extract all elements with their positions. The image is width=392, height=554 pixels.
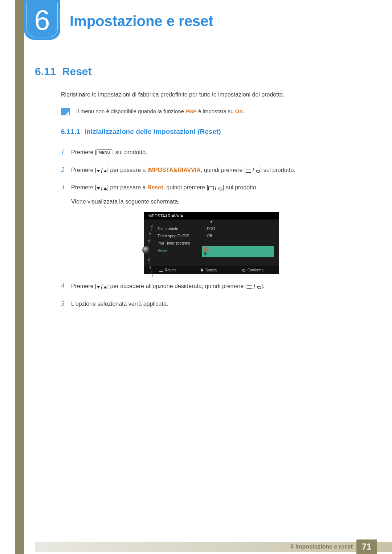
- osd-footer: Return ▲▼Sposta Conferma: [144, 266, 279, 274]
- step-number: 2: [61, 164, 71, 176]
- osd-popup-option: SÌ: [204, 251, 271, 256]
- svg-point-2: [148, 240, 150, 242]
- osd-value: Off: [202, 232, 275, 239]
- section-title: Reset: [62, 65, 92, 77]
- osd-scroll-up-icon: ▲: [144, 219, 279, 223]
- down-up-arrows-icon: /: [97, 166, 107, 176]
- subsection-heading: 6.11.1Inizializzazione delle impostazion…: [61, 128, 362, 136]
- source-enter-key-icon: /: [208, 183, 222, 194]
- section-number: 6.11: [35, 65, 56, 77]
- note-text: Il menu non è disponibile quando la funz…: [76, 108, 244, 114]
- subsection-number: 6.11.1: [61, 128, 80, 136]
- down-up-arrows-icon: /: [97, 282, 107, 292]
- osd-menu-item: Tasto utente: [158, 225, 202, 232]
- chapter-badge: 6: [24, 0, 60, 40]
- step-3: 3 Premere [/] per passare a Reset, quind…: [61, 181, 362, 207]
- source-enter-key-icon: /: [246, 165, 260, 176]
- osd-dial-icon: [142, 246, 150, 254]
- svg-point-1: [149, 233, 151, 234]
- osd-reset-popup: NO SÌ: [202, 246, 274, 257]
- step3-highlight: Reset: [147, 184, 163, 190]
- chapter-number: 6: [34, 6, 50, 34]
- step-number: 1: [61, 146, 71, 158]
- note-hl-on: On: [235, 108, 243, 114]
- section-intro: Ripristinare le impostazioni di fabbrica…: [61, 91, 362, 99]
- footer-page-number: 71: [356, 539, 377, 554]
- info-note: Il menu non è disponibile quando la funz…: [61, 108, 362, 115]
- step-4: 4 Premere [/] per accedere all'opzione d…: [61, 280, 362, 292]
- osd-menu-item-active: Reset: [158, 247, 202, 254]
- svg-point-4: [150, 267, 151, 268]
- step-number: 3: [61, 181, 71, 193]
- svg-point-0: [151, 226, 152, 227]
- page-footer: 6 Impostazione e reset 71: [0, 539, 392, 554]
- steps-list: 1 Premere [MENU] sul prodotto. 2 Premere…: [61, 146, 362, 310]
- down-up-arrows-icon: /: [97, 184, 107, 194]
- osd-values: ECO Off NO SÌ: [202, 225, 275, 254]
- osd-body: Tasto utente Timer speg On/Off Imp Timer…: [144, 223, 279, 266]
- step-number: 4: [61, 280, 71, 292]
- step-body: Premere [/] per passare a IMPOSTA&RIAVVI…: [71, 165, 362, 176]
- subsection-title: Inizializzazione delle impostazioni (Res…: [85, 128, 221, 135]
- step-5: 5 L'opzione selezionata verrà applicata.: [61, 297, 362, 310]
- source-enter-key-icon: /: [247, 282, 261, 292]
- osd-menu-item: Imp Timer spegnim: [158, 239, 202, 247]
- enter-mini-icon: [241, 268, 246, 272]
- step-body: Premere [/] per accedere all'opzione des…: [71, 281, 362, 292]
- step-body: L'opzione selezionata verrà applicata.: [71, 299, 362, 309]
- osd-title: IMPOSTA&RIAVVIA: [144, 212, 279, 219]
- footer-chapter-label: 6 Impostazione e reset: [290, 543, 353, 550]
- chapter-title: Impostazione e reset: [70, 13, 213, 29]
- step-body: Premere [/] per passare a Reset, quindi …: [71, 182, 362, 207]
- osd-popup-option-selected: NO: [204, 247, 271, 251]
- step-number: 5: [61, 297, 71, 310]
- note-icon: [61, 108, 70, 115]
- chapter-badge-inner: 6: [26, 3, 58, 37]
- updown-mini-icon: ▲▼: [200, 268, 204, 272]
- osd-footer-confirm: Conferma: [241, 268, 264, 272]
- step-body: Premere [MENU] sul prodotto.: [71, 147, 362, 158]
- osd-screenshot: IMPOSTA&RIAVVIA ▲ Tasto utente: [144, 212, 279, 274]
- step-2: 2 Premere [/] per passare a IMPOSTA&RIAV…: [61, 164, 362, 176]
- osd-value: ECO: [202, 225, 275, 232]
- svg-point-3: [148, 259, 150, 260]
- menu-mini-icon: [159, 269, 163, 272]
- step3-subtext: Viene visualizzata la seguente schermata…: [71, 197, 362, 207]
- osd-footer-move: ▲▼Sposta: [200, 268, 217, 272]
- menu-key-icon: MENU: [97, 149, 112, 155]
- osd-menu-list: Tasto utente Timer speg On/Off Imp Timer…: [158, 225, 202, 254]
- osd-footer-return: Return: [159, 268, 176, 272]
- osd-menu-item: Timer speg On/Off: [158, 232, 202, 239]
- left-margin-strip: [15, 0, 24, 554]
- osd-arc-decor: [147, 225, 158, 254]
- note-hl-pbp: PBP: [185, 108, 197, 114]
- page-content: 6.11 Reset Ripristinare le impostazioni …: [35, 65, 362, 315]
- step-1: 1 Premere [MENU] sul prodotto.: [61, 146, 362, 158]
- section-heading: 6.11 Reset: [35, 65, 362, 78]
- step2-highlight: IMPOSTA&RIAVVIA: [147, 167, 201, 173]
